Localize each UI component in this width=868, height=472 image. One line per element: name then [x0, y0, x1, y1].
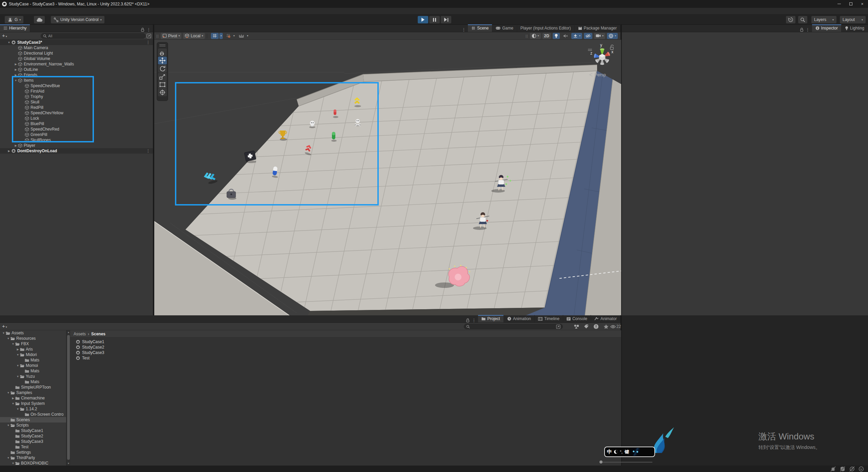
hierarchy-search-field[interactable] — [41, 33, 145, 39]
hierarchy-row[interactable]: Main Camera — [0, 45, 153, 51]
hierarchy-row[interactable]: GreenPill — [0, 132, 153, 137]
foldout-icon[interactable]: ▶ — [14, 74, 18, 77]
project-tree-row[interactable]: ▼ Assets — [0, 330, 66, 336]
foldout-icon[interactable]: ▶ — [7, 150, 11, 153]
foldout-icon[interactable]: ▼ — [14, 79, 18, 82]
hierarchy-row[interactable]: ▶ OutLine — [0, 67, 153, 72]
breadcrumb-root[interactable]: Assets — [74, 332, 86, 336]
lock-icon[interactable] — [800, 27, 804, 32]
asset-file-item[interactable]: StudyCase3 — [72, 350, 104, 355]
2d-toggle-button[interactable]: 2D — [542, 33, 551, 39]
tab[interactable]: Project — [478, 315, 504, 322]
project-tree-row[interactable]: ▼ Yuzu — [0, 374, 66, 379]
menu-item[interactable] — [60, 8, 67, 15]
panel-menu-icon[interactable]: ⋮ — [461, 27, 466, 32]
cache-server-disconnected-icon[interactable] — [840, 466, 846, 472]
tab[interactable]: Console — [563, 315, 591, 322]
lock-icon[interactable] — [466, 318, 470, 322]
hierarchy-row[interactable]: SpeedChevRed — [0, 126, 153, 132]
minimize-button[interactable] — [833, 0, 845, 8]
foldout-icon[interactable]: ▼ — [16, 375, 20, 378]
tab[interactable]: Package Manager — [575, 24, 620, 32]
project-tree-row[interactable]: On-Screen Contro — [0, 412, 66, 417]
tab[interactable]: Game — [492, 24, 517, 32]
project-tree-row[interactable]: Test — [0, 444, 66, 450]
project-search-field[interactable] — [464, 324, 563, 329]
menu-item[interactable] — [15, 8, 22, 15]
tab-hierarchy[interactable]: Hierarchy — [0, 24, 30, 32]
lock-icon[interactable] — [141, 27, 144, 32]
project-tree-row[interactable]: ▼ Momoi — [0, 363, 66, 368]
expand-search-icon[interactable] — [146, 34, 151, 38]
play-button[interactable] — [418, 16, 428, 23]
search-by-label-icon[interactable] — [584, 324, 589, 329]
project-tree-row[interactable]: ▼ 1.14.2 — [0, 406, 66, 412]
foldout-icon[interactable]: ▶ — [14, 144, 18, 147]
project-tree-row[interactable]: Mats — [0, 379, 66, 385]
foldout-icon[interactable]: ▼ — [6, 391, 11, 394]
panel-menu-icon[interactable]: ⋮ — [146, 27, 151, 32]
project-tree-row[interactable]: SimpleURPToon — [0, 385, 66, 390]
layout-dropdown[interactable]: Layout ▾ — [840, 16, 866, 23]
hierarchy-row[interactable]: ▶ DontDestroyOnLoad ⋮ — [0, 148, 153, 154]
tab[interactable]: Lighting — [842, 24, 868, 32]
scrollbar-thumb[interactable] — [67, 335, 70, 460]
increment-snap-button[interactable] — [224, 33, 232, 39]
warning-icon[interactable] — [593, 324, 599, 329]
scene-viewport-canvas[interactable]: y x z Persp — [154, 40, 621, 315]
version-control-button[interactable]: Unity Version Control ▾ — [51, 16, 104, 23]
rotate-tool-button[interactable] — [158, 65, 167, 73]
pause-button[interactable] — [429, 16, 440, 23]
scene-camera-button[interactable]: ▾ — [594, 33, 605, 39]
tab[interactable]: Inspector — [812, 24, 842, 32]
effects-toggle-button[interactable]: ▾ — [571, 33, 582, 39]
layers-dropdown[interactable]: Layers ▾ — [811, 16, 836, 23]
move-tool-button[interactable] — [158, 57, 167, 64]
project-tree-row[interactable]: ▼ Scripts — [0, 422, 66, 428]
debugger-disabled-icon[interactable] — [830, 466, 836, 472]
ime-toolbar[interactable]: 中 °, 键 — [604, 447, 655, 457]
transform-tool-button[interactable] — [158, 88, 167, 96]
hierarchy-row[interactable]: FirstAid — [0, 88, 153, 94]
visibility-eye-icon[interactable] — [610, 325, 616, 329]
project-tree-row[interactable]: Settings — [0, 450, 66, 455]
hierarchy-row[interactable]: SpeedChevYellow — [0, 110, 153, 116]
grid-snapping-button[interactable] — [211, 33, 219, 39]
menu-item[interactable] — [45, 8, 52, 15]
panel-menu-icon[interactable]: ⋮ — [472, 318, 476, 322]
hierarchy-row[interactable]: Trophy — [0, 94, 153, 99]
create-object-button[interactable]: +▾ — [2, 33, 7, 39]
project-tree-row[interactable]: ▼ FBX — [0, 341, 66, 347]
ime-skin-avatar[interactable] — [631, 448, 640, 456]
project-tree-row[interactable]: ▼ Input System — [0, 401, 66, 406]
foldout-icon[interactable]: ▼ — [16, 408, 20, 411]
pivot-button[interactable]: Pivot▾ — [161, 33, 182, 39]
foldout-icon[interactable]: ▼ — [1, 332, 6, 335]
step-button[interactable] — [441, 16, 451, 23]
toolbar-drag-handle[interactable]: || — [156, 34, 159, 38]
create-asset-button[interactable]: +▾ — [2, 324, 7, 330]
grid-snapping-dropdown[interactable]: ▾ — [219, 33, 223, 39]
panel-menu-icon[interactable]: ⋮ — [806, 27, 810, 32]
maximize-button[interactable] — [845, 0, 856, 8]
foldout-icon[interactable]: ▶ — [14, 63, 18, 66]
tab[interactable]: Animation — [504, 315, 535, 322]
project-tree-row[interactable]: Mats — [0, 357, 66, 363]
ime-halfwidth-moon-icon[interactable] — [614, 450, 618, 454]
breadcrumb-current[interactable]: Scenes — [91, 332, 105, 336]
background-tasks-icon[interactable] — [859, 466, 864, 472]
hierarchy-row[interactable]: Directional Light — [0, 51, 153, 56]
row-menu-icon[interactable]: ⋮ — [146, 40, 150, 45]
increment-snap-dropdown[interactable]: ▾ — [232, 33, 236, 39]
shading-mode-button[interactable]: ▾ — [530, 33, 541, 39]
hierarchy-row[interactable]: Global Volume — [0, 56, 153, 61]
project-tree-row[interactable]: Scenes — [0, 417, 66, 422]
undo-history-button[interactable] — [786, 16, 795, 23]
hierarchy-row[interactable]: ▶ Friends — [0, 72, 153, 78]
foldout-icon[interactable]: ▼ — [16, 353, 20, 356]
gizmos-toggle-button[interactable]: ▾ — [607, 33, 618, 39]
foldout-icon[interactable]: ▼ — [11, 462, 15, 465]
project-tree-row[interactable]: ▼ ThirdParty — [0, 455, 66, 460]
hierarchy-row[interactable]: ▶ Environment_Narrow_Walls — [0, 61, 153, 67]
foldout-icon[interactable]: ▼ — [6, 337, 11, 340]
